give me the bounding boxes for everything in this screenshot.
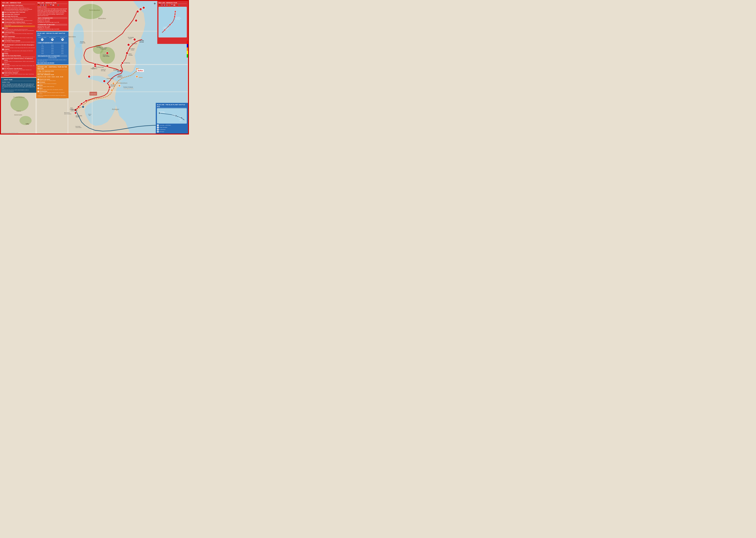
file-info: TearlyBrochure.15_29.pdf | 04/02/2019 11… (2, 132, 18, 133)
svg-text:Reffen: Reffen (139, 77, 143, 78)
stop-item-6: 6 Christiania Havn / Christiania Harbour… (2, 19, 35, 21)
svg-text:Mermaid: Mermaid (140, 41, 144, 42)
stop-number-3: 3 (2, 12, 4, 13)
color-bar-yellow (187, 51, 188, 54)
boat-tour-description: Explore Copenhagen from another angle. T… (2, 83, 35, 89)
orange-stops-list: 27 Church of our savior Sights to explor… (37, 79, 67, 94)
stop-number-4: 4 (2, 14, 4, 15)
orange-stop-29: 29 Reffen Sights to explore: Reffen stre… (37, 84, 67, 87)
schedule-row-3: 12:1512:4012:50 (37, 48, 67, 49)
svg-text:20: 20 (107, 53, 108, 54)
svg-text:26: 26 (181, 118, 182, 119)
svg-text:Gefion: Gefion (129, 53, 132, 54)
flag-icons: 🇩🇪 🇬🇧 🇫🇷 🇮🇹 🇪🇸 🇷🇺 🇯🇵 🇨🇳 🇸🇪 (37, 4, 67, 6)
boat-tour-panel: ⚓ BOAT TOUR Duration: 1 hour Explore Cop… (1, 78, 36, 93)
svg-text:Rosenborg /: Rosenborg / (103, 54, 109, 56)
stop-text-7: Christiansborg Palace / Holmens Church S… (4, 22, 35, 27)
stop-item-20: 20 Rosenborg Castle / Botanical Gardens … (2, 58, 35, 63)
schedule-row-6: 16:0016:2516:35 (37, 53, 67, 54)
stop-item-10: 10 Gefion Unterfountain Sights to explor… (2, 36, 35, 40)
stop-number-5: 5 (2, 16, 4, 17)
bottom-right-stops: 1 Copenhagen Central Station A Amager St… (157, 124, 187, 133)
svg-text:Central Station: Central Station (71, 110, 78, 111)
svg-text:Amager: Amager (172, 114, 175, 115)
svg-text:The Citadel: The Citadel (132, 43, 137, 44)
blue-line-stops-header: Central Train Station 24 Den Blå Planet … (37, 37, 67, 41)
stop-item-13: 13 Langelinie Sights to explore: cruise … (2, 49, 35, 53)
svg-text:The Swedish: The Swedish (128, 37, 134, 38)
stop-number-16: 16 (2, 53, 4, 55)
svg-text:Nørrebro: Nørrebro (68, 35, 76, 38)
orange-stop-28: 28 Christiania Sights to explore: Freeto… (37, 81, 67, 84)
blue-extra-times: 17:15 17:40 17:50 (37, 57, 67, 59)
schedule-row-1: 9:4510:1010:20 (37, 44, 67, 46)
stop-item-22: 22 The Latin Quarter / City Hall Square … (2, 68, 35, 72)
season1-freq: Frequency: 10 - 30 minutes (37, 21, 67, 22)
svg-text:31: 31 (113, 83, 114, 84)
svg-text:25: 25 (176, 116, 176, 117)
stop-number-10: 10 (2, 36, 4, 37)
svg-text:Planet: Planet (179, 118, 181, 119)
svg-text:Glyptotek: Glyptotek (76, 116, 80, 117)
svg-text:Copenhagen: Copenhagen (160, 111, 164, 112)
svg-text:23: 23 (88, 76, 90, 77)
svg-text:28: 28 (119, 85, 120, 86)
stop-item-21: 21 CPH Icons Sights: downtown shopping, … (2, 64, 35, 68)
color-bar-orange (187, 47, 188, 51)
orange-stop-27: 27 Church of our savior Sights to explor… (37, 79, 67, 81)
svg-text:19: 19 (143, 7, 144, 8)
orange-stop-31: 31 Christianshavn Sights to explore: res… (37, 90, 67, 94)
color-bar-blue (187, 44, 188, 47)
svg-text:10: 10 (127, 53, 128, 54)
svg-text:Dronning: Dronning (80, 41, 84, 42)
svg-text:Diamond: Diamond (110, 85, 115, 86)
stop-text-13: Langelinie Sights to explore: cruise shi… (4, 49, 35, 53)
stop-item-12: 12 The Little Mermaid / La Sirenetta / D… (2, 44, 35, 48)
svg-text:(in operation with: (in operation with (163, 27, 169, 28)
svg-text:Bath: Bath (89, 115, 90, 116)
schedule-row-5: 14:4515:1015:20 (37, 51, 67, 53)
season2-freq: Frequency: 30 - 45 minutes (37, 27, 67, 28)
svg-text:18: 18 (140, 9, 141, 10)
red-line-middle-panel: RED LINE – MERMAID TOUR 🇩🇪 🇬🇧 🇫🇷 🇮🇹 🇪🇸 🇷… (36, 1, 69, 31)
orange-line-heading: ORANGE LINE – ADDITIONAL TOUR ON THE RED… (37, 66, 67, 70)
svg-text:Christiansborg: Christiansborg (107, 78, 113, 79)
stop-cph-label: CPH Airport 26 (58, 37, 67, 41)
stop-item-5: 5 Copenhagen Marriott Hotel Sights to ex… (2, 16, 35, 18)
svg-text:Copenhagen: Copenhagen (71, 109, 77, 110)
stop-number-9: 9 (2, 31, 4, 33)
svg-text:Fountain: Fountain (129, 55, 133, 56)
svg-text:Den Blå: Den Blå (178, 117, 181, 117)
svg-text:7: 7 (104, 81, 105, 82)
stop-text-20: Rosenborg Castle / Botanical Gardens / T… (4, 58, 35, 63)
blue-note: Free shuttle with Blå Planet entrance ti… (37, 59, 67, 62)
svg-text:Quarter: Quarter (92, 68, 95, 69)
compass-rose: ✛ (154, 2, 156, 5)
svg-text:Ny Carlsberg: Ny Carlsberg (76, 115, 82, 116)
svg-text:25: 25 (95, 64, 96, 65)
stop-text-10: Gefion Unterfountain Sights to explore: … (4, 36, 35, 40)
svg-text:BICYCLES: BICYCLES (117, 77, 123, 78)
svg-text:Central Station: Central Station (160, 112, 165, 113)
svg-text:Gardens: Gardens (96, 47, 101, 48)
stop-number-12: 12 (2, 44, 4, 46)
red-line-left-heading: RED LINE – MERMAID TOUR (2, 2, 35, 4)
svg-text:13: 13 (136, 20, 137, 21)
middle-info-panel: RED LINE – MERMAID TOUR 🇩🇪 🇬🇧 🇫🇷 🇮🇹 🇪🇸 🇷… (36, 1, 69, 98)
orange-note: Orange line is an additional tour on the… (37, 95, 67, 97)
red-line-duration: Duration: 1.5 hours (37, 6, 67, 8)
inset-map: 13 15 17 18 19 Oceankaj (in operation wi… (158, 7, 187, 37)
svg-text:13: 13 (164, 29, 165, 30)
orange-tour-name: RED LINE / MERMAID TOUR (37, 74, 67, 76)
svg-text:Our Lady: Our Lady (101, 70, 105, 71)
orange-line-panel: ORANGE LINE – ADDITIONAL TOUR ON THE RED… (36, 65, 69, 98)
stop-number-22: 22 (2, 68, 4, 70)
bottom-right-heading: BLUE LINE - THE BLUE PLANET SHUTTLE BUS (157, 104, 187, 108)
svg-text:Botanical: Botanical (96, 45, 100, 46)
svg-text:cruise ships): cruise ships) (163, 29, 168, 29)
stop-number-20: 20 (2, 58, 4, 60)
top-right-flags: 🇩🇪 🇬🇧 🇫🇷 🇮🇹 🇪🇸 🇷🇺 🇯🇵 🇨🇳 🇸🇪 (158, 4, 187, 6)
svg-text:Airport: Airport (180, 120, 182, 121)
orange-departures-label: Departures 11:20 - 12:20 - 13:20 - 14:20… (37, 76, 67, 78)
stop-number-17: 17 (2, 55, 4, 57)
